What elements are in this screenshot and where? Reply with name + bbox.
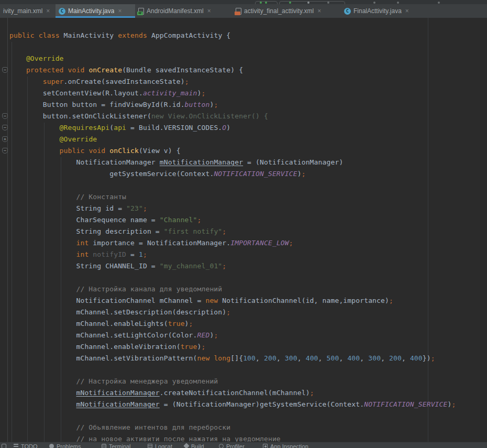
tool-window-label: Terminal [109,443,131,448]
tab-label: AndroidManifest.xml [147,7,204,15]
java-class-icon: C [344,8,351,15]
close-icon[interactable]: × [405,7,409,15]
tool-window-button-problems[interactable]: Problems [49,443,81,448]
code-line: public class MainActivity extends AppCom… [9,30,230,41]
code-line: mChannel.setLightColor(Color.RED); [9,330,218,341]
tool-window-label: App Inspection [270,443,308,448]
code-line: @Override [9,134,97,145]
fold-icon[interactable]: − [2,67,8,73]
code-line: CharSequence name = "Channel"; [9,214,201,226]
tool-windows-icon [2,444,6,448]
fold-icon[interactable]: − [2,148,8,154]
code-line: int notifyID = 1; [9,249,147,260]
code-line: NotificationManager mNotificationManager… [9,157,343,168]
close-icon[interactable]: × [207,7,211,15]
code-line: mChannel.setVibrationPattern(new long[]{… [9,353,435,364]
toolbar-icon[interactable] [327,2,329,4]
code-line: setContentView(R.layout.activity_main); [9,88,205,99]
todo-icon [14,444,18,448]
tool-window-button-terminal[interactable]: Terminal [102,443,131,448]
code-line: mNotificationManager.createNotificationC… [9,387,314,399]
code-line: // Настройка менеджера уведомлений [9,376,218,387]
tab-activity-final-acttivity-xml[interactable]: activity_final_acttivity.xml× [233,4,341,18]
code-line: mNotificationManager = (NotificationMana… [9,399,456,410]
tab-label: activity_final_acttivity.xml [244,7,314,15]
toolbar-icon[interactable] [307,2,309,4]
tab-finalacttivity-java[interactable]: CFinalActtivity.java× [341,4,415,18]
tab-label: ivity_main.xml [3,7,42,15]
file-type-badge [235,12,240,15]
code-line: @Override [9,53,64,64]
tool-window-button-app-inspection[interactable]: App Inspection [263,443,308,448]
code-line: String description = "first notify"; [9,226,226,237]
tool-window-bar: TODOProblemsTerminalLogcatBuildProfilerA… [0,442,487,448]
toolbar-icon[interactable] [373,2,375,4]
toolbar-icon[interactable] [397,2,399,4]
code-line: String id = "23"; [9,203,147,214]
tab-mainactivity-java[interactable]: CMainActivity.java× [56,4,135,18]
logcat-icon [148,444,152,448]
fold-icon[interactable]: − [2,125,8,130]
tab-androidmanifest-xml[interactable]: MFAndroidManifest.xml× [135,4,233,18]
profiler-icon [219,444,224,448]
editor-tab-bar: ivity_main.xml×CMainActivity.java×MFAndr… [0,4,487,18]
code-line: mChannel.enableVibration(true); [9,341,205,353]
code-line: Button button = findViewById(R.id.button… [9,99,218,111]
code-line: mChannel.enableLights(true); [9,318,193,330]
window-corner-button[interactable] [2,443,6,448]
code-line: protected void onCreate(Bundle savedInst… [9,64,243,76]
tool-window-label: Problems [57,443,81,448]
xml-file-icon [236,8,241,15]
tool-window-button-build[interactable]: Build [184,443,204,448]
ide-window: ivity_main.xml×CMainActivity.java×MFAndr… [0,0,487,448]
tool-window-button-logcat[interactable]: Logcat [148,443,172,448]
manifest-file-icon: MF [138,8,144,15]
tab-label: FinalActtivity.java [353,7,402,15]
tab-label: MainActivity.java [68,7,114,15]
code-line: super.onCreate(savedInstanceState); [9,76,189,88]
code-line: String CHANNEL_ID = "my_channel_01"; [9,260,226,272]
code-line: // на новое активити после нажатия на ув… [9,433,281,442]
right-margin-guide [428,18,428,442]
top-toolbar-strip [0,0,487,4]
app-inspection-icon [263,444,268,448]
tool-window-button-todo[interactable]: TODO [14,443,38,448]
tool-window-label: TODO [21,443,38,448]
code-line: int importance = NotificationManager.IMP… [9,237,293,249]
close-icon[interactable]: × [118,7,121,15]
tool-window-button-profiler[interactable]: Profiler [219,443,245,448]
tool-window-label: Build [191,443,204,448]
code-line: @RequiresApi(api = Build.VERSION_CODES.O… [9,122,230,134]
code-line: public void onClick(View v) { [9,145,181,157]
tool-window-label: Profiler [226,443,245,448]
unfold-icon[interactable]: + [2,136,8,142]
code-line: NotificationChannel mChannel = new Notif… [9,295,393,307]
code-line: mChannel.setDescription(description); [9,307,230,318]
close-icon[interactable]: × [46,7,50,15]
debug-icon[interactable] [265,2,267,4]
tab-ivity-main-xml[interactable]: ivity_main.xml× [0,4,56,18]
tool-window-label: Logcat [155,443,172,448]
code-line: getSystemService(Context.NOTIFICATION_SE… [9,168,306,180]
code-line: // Настройка канала для уведомлений [9,283,222,295]
close-icon[interactable]: × [317,7,321,15]
build-icon [183,443,189,448]
code-editor[interactable]: public class MainActivity extends AppCom… [0,18,487,442]
profile-icon[interactable] [289,2,291,4]
run-icon[interactable] [260,2,262,4]
file-type-badge: MF [137,12,143,15]
code-line: // Обьявление интентов для переброски [9,422,230,433]
fold-icon[interactable]: − [2,113,8,119]
gutter-separator [7,18,8,442]
java-class-icon: C [59,8,65,15]
terminal-icon [102,444,106,448]
code-line: button.setOnClickListener(new View.OnCli… [9,111,268,122]
code-line: // Константы [9,191,126,203]
toolbar-icon[interactable] [438,2,440,4]
problems-icon [49,444,54,448]
